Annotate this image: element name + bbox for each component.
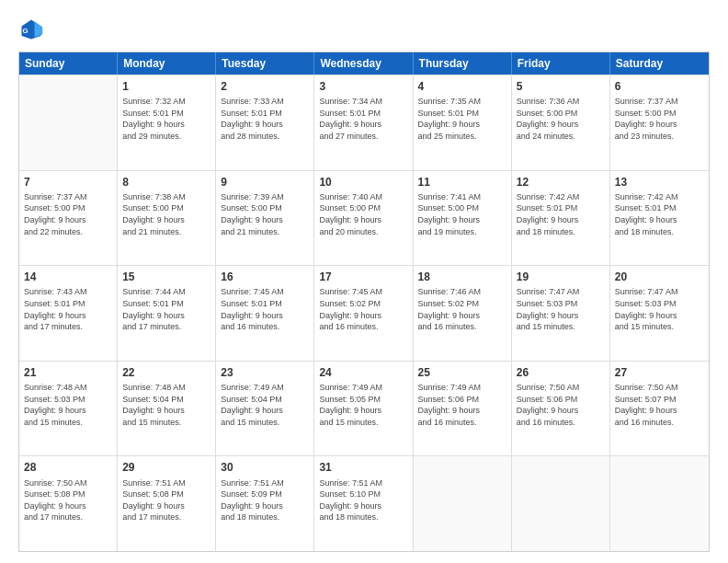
day-cell-11: 11Sunrise: 7:41 AMSunset: 5:00 PMDayligh… (414, 171, 512, 266)
day-info: Sunrise: 7:33 AMSunset: 5:01 PMDaylight:… (221, 96, 309, 142)
day-cell-14: 14Sunrise: 7:43 AMSunset: 5:01 PMDayligh… (19, 266, 118, 361)
week-row-4: 21Sunrise: 7:48 AMSunset: 5:03 PMDayligh… (19, 361, 709, 456)
day-info: Sunrise: 7:36 AMSunset: 5:00 PMDaylight:… (517, 96, 605, 142)
day-number: 25 (418, 365, 506, 380)
day-info: Sunrise: 7:51 AMSunset: 5:09 PMDaylight:… (221, 477, 309, 523)
day-info: Sunrise: 7:48 AMSunset: 5:03 PMDaylight:… (24, 382, 112, 428)
day-number: 17 (319, 270, 407, 284)
day-cell-23: 23Sunrise: 7:49 AMSunset: 5:04 PMDayligh… (216, 362, 314, 456)
day-cell-1: 1Sunrise: 7:32 AMSunset: 5:01 PMDaylight… (118, 75, 216, 170)
day-number: 29 (122, 460, 210, 475)
week-row-2: 7Sunrise: 7:37 AMSunset: 5:00 PMDaylight… (19, 170, 709, 266)
day-cell-31: 31Sunrise: 7:51 AMSunset: 5:10 PMDayligh… (314, 456, 413, 551)
day-info: Sunrise: 7:50 AMSunset: 5:06 PMDaylight:… (517, 382, 605, 428)
day-cell-13: 13Sunrise: 7:42 AMSunset: 5:01 PMDayligh… (610, 171, 709, 266)
week-row-5: 28Sunrise: 7:50 AMSunset: 5:08 PMDayligh… (19, 455, 709, 551)
day-number: 12 (517, 175, 605, 190)
day-number: 27 (615, 365, 704, 380)
day-number: 15 (122, 270, 210, 284)
day-info: Sunrise: 7:41 AMSunset: 5:00 PMDaylight:… (418, 191, 506, 237)
day-info: Sunrise: 7:44 AMSunset: 5:01 PMDaylight:… (122, 286, 210, 332)
day-info: Sunrise: 7:49 AMSunset: 5:05 PMDaylight:… (319, 382, 407, 428)
day-header-wednesday: Wednesday (314, 52, 413, 75)
day-number: 2 (221, 79, 309, 94)
day-info: Sunrise: 7:32 AMSunset: 5:01 PMDaylight:… (122, 96, 210, 142)
day-cell-25: 25Sunrise: 7:49 AMSunset: 5:06 PMDayligh… (414, 362, 512, 456)
day-cell-18: 18Sunrise: 7:46 AMSunset: 5:02 PMDayligh… (414, 266, 512, 361)
day-cell-8: 8Sunrise: 7:38 AMSunset: 5:00 PMDaylight… (118, 171, 216, 266)
day-cell-17: 17Sunrise: 7:45 AMSunset: 5:02 PMDayligh… (314, 266, 413, 361)
day-number: 20 (615, 270, 704, 284)
day-cell-12: 12Sunrise: 7:42 AMSunset: 5:01 PMDayligh… (512, 171, 610, 266)
day-cell-28: 28Sunrise: 7:50 AMSunset: 5:08 PMDayligh… (19, 456, 118, 551)
day-info: Sunrise: 7:39 AMSunset: 5:00 PMDaylight:… (221, 191, 309, 237)
svg-marker-1 (35, 21, 43, 38)
day-number: 11 (418, 175, 506, 190)
day-cell-7: 7Sunrise: 7:37 AMSunset: 5:00 PMDaylight… (19, 171, 118, 266)
day-cell-5: 5Sunrise: 7:36 AMSunset: 5:00 PMDaylight… (512, 75, 610, 170)
day-info: Sunrise: 7:42 AMSunset: 5:01 PMDaylight:… (517, 191, 605, 237)
day-info: Sunrise: 7:50 AMSunset: 5:08 PMDaylight:… (24, 477, 112, 523)
day-header-tuesday: Tuesday (216, 52, 314, 75)
day-number: 10 (319, 175, 407, 190)
header: G (18, 17, 710, 42)
day-number: 7 (24, 175, 112, 190)
day-info: Sunrise: 7:51 AMSunset: 5:08 PMDaylight:… (122, 477, 210, 523)
day-number: 3 (319, 79, 407, 94)
day-number: 18 (418, 270, 506, 284)
day-cell-3: 3Sunrise: 7:34 AMSunset: 5:01 PMDaylight… (314, 75, 413, 170)
calendar-body: 1Sunrise: 7:32 AMSunset: 5:01 PMDaylight… (19, 75, 709, 551)
day-info: Sunrise: 7:34 AMSunset: 5:01 PMDaylight:… (319, 96, 407, 142)
day-number: 22 (122, 365, 210, 380)
empty-cell-4-5 (512, 456, 610, 551)
day-cell-22: 22Sunrise: 7:48 AMSunset: 5:04 PMDayligh… (118, 362, 216, 456)
day-cell-24: 24Sunrise: 7:49 AMSunset: 5:05 PMDayligh… (314, 362, 413, 456)
day-header-thursday: Thursday (414, 52, 512, 75)
day-cell-30: 30Sunrise: 7:51 AMSunset: 5:09 PMDayligh… (216, 456, 314, 551)
day-header-sunday: Sunday (19, 52, 118, 75)
day-info: Sunrise: 7:43 AMSunset: 5:01 PMDaylight:… (24, 286, 112, 332)
day-cell-29: 29Sunrise: 7:51 AMSunset: 5:08 PMDayligh… (118, 456, 216, 551)
empty-cell-4-4 (414, 456, 512, 551)
day-info: Sunrise: 7:42 AMSunset: 5:01 PMDaylight:… (615, 191, 704, 237)
day-info: Sunrise: 7:46 AMSunset: 5:02 PMDaylight:… (418, 286, 506, 332)
empty-cell-4-6 (610, 456, 709, 551)
day-info: Sunrise: 7:47 AMSunset: 5:03 PMDaylight:… (517, 286, 605, 332)
day-cell-21: 21Sunrise: 7:48 AMSunset: 5:03 PMDayligh… (19, 362, 118, 456)
day-number: 19 (517, 270, 605, 284)
logo-icon: G (18, 17, 44, 42)
day-cell-6: 6Sunrise: 7:37 AMSunset: 5:00 PMDaylight… (610, 75, 709, 170)
day-info: Sunrise: 7:47 AMSunset: 5:03 PMDaylight:… (615, 286, 704, 332)
day-number: 16 (221, 270, 309, 284)
day-number: 14 (24, 270, 112, 284)
day-number: 30 (221, 460, 309, 475)
day-cell-9: 9Sunrise: 7:39 AMSunset: 5:00 PMDaylight… (216, 171, 314, 266)
day-cell-10: 10Sunrise: 7:40 AMSunset: 5:00 PMDayligh… (314, 171, 413, 266)
calendar: SundayMondayTuesdayWednesdayThursdayFrid… (18, 52, 710, 552)
day-header-saturday: Saturday (610, 52, 709, 75)
week-row-3: 14Sunrise: 7:43 AMSunset: 5:01 PMDayligh… (19, 265, 709, 361)
day-number: 24 (319, 365, 407, 380)
day-info: Sunrise: 7:37 AMSunset: 5:00 PMDaylight:… (24, 191, 112, 237)
day-cell-26: 26Sunrise: 7:50 AMSunset: 5:06 PMDayligh… (512, 362, 610, 456)
day-info: Sunrise: 7:45 AMSunset: 5:02 PMDaylight:… (319, 286, 407, 332)
day-header-friday: Friday (512, 52, 610, 75)
day-number: 4 (418, 79, 506, 94)
day-number: 9 (221, 175, 309, 190)
empty-cell-0-0 (19, 75, 118, 170)
day-info: Sunrise: 7:40 AMSunset: 5:00 PMDaylight:… (319, 191, 407, 237)
svg-text:G: G (22, 27, 28, 35)
day-number: 5 (517, 79, 605, 94)
day-cell-16: 16Sunrise: 7:45 AMSunset: 5:01 PMDayligh… (216, 266, 314, 361)
day-number: 28 (24, 460, 112, 475)
day-number: 23 (221, 365, 309, 380)
week-row-1: 1Sunrise: 7:32 AMSunset: 5:01 PMDaylight… (19, 75, 709, 170)
day-cell-2: 2Sunrise: 7:33 AMSunset: 5:01 PMDaylight… (216, 75, 314, 170)
day-header-monday: Monday (118, 52, 216, 75)
day-info: Sunrise: 7:38 AMSunset: 5:00 PMDaylight:… (122, 191, 210, 237)
day-info: Sunrise: 7:49 AMSunset: 5:04 PMDaylight:… (221, 382, 309, 428)
day-cell-4: 4Sunrise: 7:35 AMSunset: 5:01 PMDaylight… (414, 75, 512, 170)
day-cell-20: 20Sunrise: 7:47 AMSunset: 5:03 PMDayligh… (610, 266, 709, 361)
day-number: 26 (517, 365, 605, 380)
day-number: 21 (24, 365, 112, 380)
